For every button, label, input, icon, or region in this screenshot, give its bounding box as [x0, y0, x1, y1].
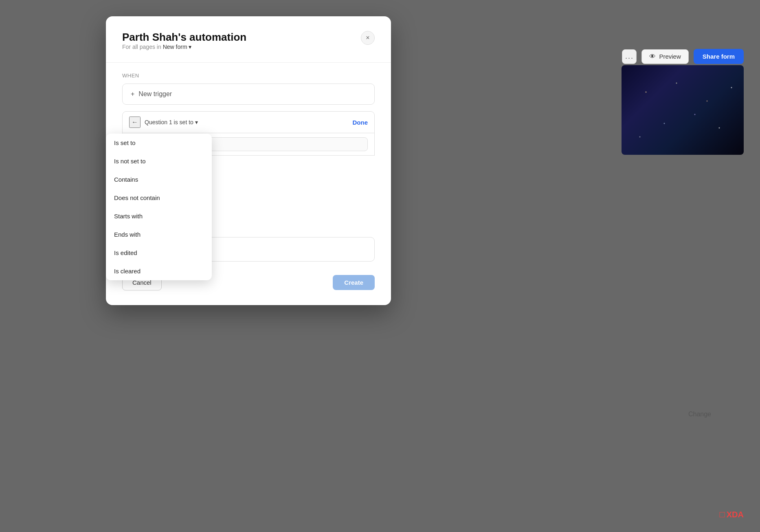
xda-logo-text: XDA [727, 510, 744, 519]
menu-item-label: Ends with [114, 231, 141, 238]
dropdown-title: Question 1 is set to ▾ [145, 119, 349, 125]
dropdown-title-text: Question 1 is set to [145, 119, 193, 125]
modal-close-button[interactable]: × [361, 31, 375, 45]
share-form-button[interactable]: Share form [694, 49, 744, 64]
menu-item-label: Does not contain [114, 194, 160, 201]
more-options-button[interactable]: ... [622, 49, 637, 64]
xda-logo-icon: □ [719, 509, 725, 520]
menu-item-is-not-set-to[interactable]: Is not set to [106, 152, 212, 170]
modal-title-group: Parth Shah's automation For all pages in… [122, 31, 246, 60]
background-image [622, 65, 744, 155]
eye-icon: 👁 [649, 53, 656, 60]
menu-item-does-not-contain[interactable]: Does not contain [106, 189, 212, 207]
xda-logo: □ XDA [719, 509, 744, 520]
automation-modal: Parth Shah's automation For all pages in… [106, 16, 391, 305]
back-arrow-icon: ← [132, 119, 138, 126]
modal-header: Parth Shah's automation For all pages in… [122, 31, 375, 60]
menu-item-ends-with[interactable]: Ends with [106, 225, 212, 244]
subtitle-prefix: For all pages in [122, 44, 161, 50]
menu-item-label: Is edited [114, 249, 137, 256]
menu-item-label: Starts with [114, 213, 143, 220]
modal-subtitle: For all pages in New form ▾ [122, 44, 246, 50]
chevron-down-icon: ▾ [189, 44, 191, 50]
when-label: When [122, 73, 375, 79]
preview-button[interactable]: 👁 Preview [641, 49, 688, 64]
form-link-label: New form [163, 44, 187, 50]
condition-menu: Is set to Is not set to Contains Does no… [106, 134, 212, 280]
new-trigger-label: New trigger [138, 90, 172, 98]
menu-item-is-edited[interactable]: Is edited [106, 244, 212, 262]
form-link-button[interactable]: New form ▾ [163, 44, 191, 50]
top-bar: ... 👁 Preview Share form [622, 49, 744, 64]
back-button[interactable]: ← [129, 117, 141, 128]
stars-decoration [622, 65, 744, 155]
plus-icon: + [131, 90, 134, 98]
menu-item-label: Is not set to [114, 158, 146, 165]
modal-title: Parth Shah's automation [122, 31, 246, 44]
menu-item-is-cleared[interactable]: Is cleared [106, 262, 212, 280]
header-divider [106, 62, 391, 63]
menu-item-is-set-to[interactable]: Is set to [106, 134, 212, 152]
menu-item-label: Contains [114, 176, 138, 183]
dropdown-header: ← Question 1 is set to ▾ Done [122, 111, 375, 133]
done-button[interactable]: Done [353, 119, 368, 126]
menu-item-starts-with[interactable]: Starts with [106, 207, 212, 225]
menu-item-label: Is set to [114, 139, 136, 146]
preview-label: Preview [659, 53, 681, 60]
new-trigger-button[interactable]: + New trigger [122, 84, 375, 105]
create-button[interactable]: Create [333, 275, 375, 290]
change-label: Change [688, 411, 711, 418]
dropdown-chevron-icon: ▾ [195, 119, 198, 125]
menu-item-contains[interactable]: Contains [106, 170, 212, 189]
menu-item-label: Is cleared [114, 268, 141, 275]
